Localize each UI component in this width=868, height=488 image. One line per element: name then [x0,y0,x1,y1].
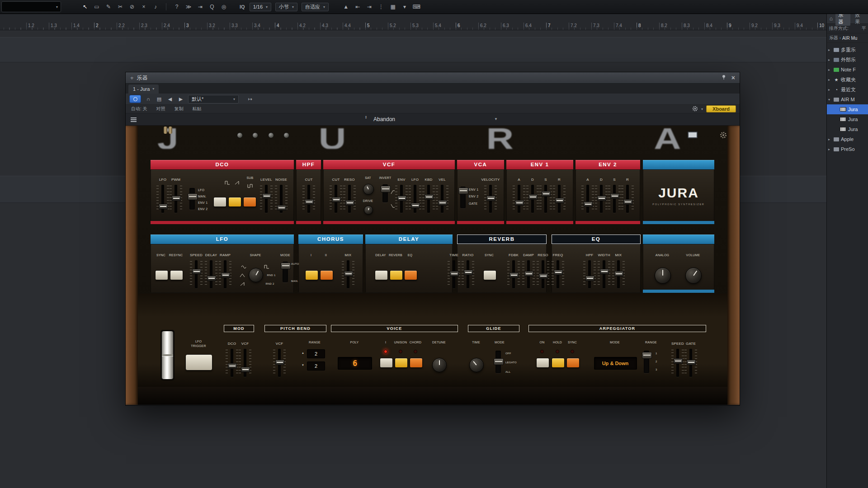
pin-icon[interactable] [722,75,726,81]
lfo-ramp-slider[interactable]: RAMP [219,253,231,289]
grid-caret-icon[interactable]: ▾ [399,4,410,10]
pb-range-up-value[interactable]: 2 [307,349,325,358]
switch-handle[interactable] [494,358,504,365]
metronome-icon[interactable]: ▲ [340,4,352,10]
mod-vcf-slider[interactable]: VCF [239,342,251,378]
copy-button[interactable]: 复制 [175,106,184,112]
sidebar-item[interactable]: ▸Apple [827,134,868,144]
headphone-icon[interactable]: ∩ [145,96,152,102]
grid-icon[interactable]: ▦ [387,4,399,10]
pitch-mod-wheel[interactable] [160,330,175,380]
slider-handle[interactable] [554,270,563,275]
chord-button[interactable] [410,358,423,368]
vcf-kbd-slider[interactable]: KBD [422,178,435,214]
slider-handle[interactable] [555,198,564,203]
slider-handle[interactable] [411,203,420,208]
eq-hpf-slider[interactable]: HPF [583,253,596,289]
delay-sync-button[interactable] [483,270,496,280]
slider-handle[interactable] [221,272,230,278]
switch-handle[interactable] [188,193,198,200]
lfo-shape-knob[interactable] [249,268,263,282]
file-icon[interactable]: ▤ [156,96,163,102]
close-icon[interactable]: × [731,74,735,81]
reverb-reso-slider[interactable]: RESO [537,253,549,289]
arp-mode-display[interactable]: Up & Down [594,357,637,370]
dco-lfo-slider[interactable]: LFO [156,178,169,214]
expand-arrow-icon[interactable]: ▸ [828,48,832,52]
delay-on-button[interactable] [375,270,388,280]
slider-handle[interactable] [305,199,314,205]
slider-handle[interactable] [464,270,473,275]
expand-arrow-icon[interactable]: ▾ [828,98,832,102]
sidebar-item[interactable]: ▸Note F [827,65,868,75]
crumb-root[interactable]: 乐器 [829,35,838,41]
vcf-lfo-slider[interactable]: LFO [409,178,421,214]
zoom-icon[interactable]: ◎ [218,4,230,10]
sidebar-item[interactable]: Jura [827,104,868,114]
play-from-icon[interactable]: ≫ [183,4,194,10]
window-titlebar[interactable]: + 乐器 × [126,72,740,84]
mute-tool-icon[interactable]: × [138,4,150,10]
range-tool-icon[interactable]: ▭ [91,4,103,10]
slider-handle[interactable] [228,363,237,369]
expand-arrow-icon[interactable]: ▸ [828,147,832,151]
pb-range-down-value[interactable]: 2 [307,361,325,371]
instrument-tab[interactable]: 1 - Jura ▾ [128,84,159,94]
expand-arrow-icon[interactable]: ▸ [828,68,832,72]
lfo-mode-switch[interactable] [283,262,288,282]
slider-handle[interactable] [528,194,538,200]
slider-handle[interactable] [207,276,216,281]
detune-knob[interactable] [432,358,447,372]
lfo-trigger-button[interactable] [185,354,212,371]
expand-arrow-icon[interactable]: ▸ [828,88,832,92]
dco-pulse-button[interactable] [213,197,226,207]
timebase-dropdown[interactable]: 小节▾ [275,3,297,11]
analog-knob[interactable] [655,267,671,284]
chorus-2-button[interactable] [320,270,333,280]
arp-hold-button[interactable] [552,358,565,368]
env2-release-slider[interactable]: R [621,178,634,214]
iq-label[interactable]: IQ [240,4,245,9]
env2-sustain-slider[interactable]: S [608,178,621,214]
sidebar-item[interactable]: Jura [827,124,868,134]
sidebar-item[interactable]: ▸外部乐 [827,55,868,65]
hpf-cut-slider[interactable]: CUT [302,178,315,214]
slider-handle[interactable] [172,196,181,201]
env1-sustain-slider[interactable]: S [539,178,552,214]
listen-tool-icon[interactable]: ♪ [150,4,161,10]
slider-handle[interactable] [344,271,353,277]
quantize-dropdown[interactable]: 1/16▾ [250,3,271,11]
env1-attack-slider[interactable]: A [513,178,525,214]
sat-knob[interactable] [363,184,374,195]
lfo-delay-slider[interactable]: DELAY [205,253,217,289]
crumb-path[interactable]: AIR Mu [842,36,857,41]
delay-ratio-slider[interactable]: RATIO [462,253,474,289]
vcf-vel-slider[interactable]: VEL [436,178,448,214]
split-tool-icon[interactable]: ✂ [114,4,126,10]
unison-button[interactable] [395,358,408,368]
reverb-freq-slider[interactable]: FREQ [552,253,564,289]
settings-gear-icon[interactable] [720,131,727,139]
slider-handle[interactable] [397,196,406,201]
slider-handle[interactable] [610,193,619,199]
select-tool-icon[interactable]: ↖ [79,4,91,10]
app-menu-dropdown[interactable]: ▾ [1,1,61,12]
dco-saw-button[interactable] [228,197,241,207]
switch-handle[interactable] [381,186,391,192]
slider-handle[interactable] [159,204,168,209]
env2-decay-slider[interactable]: D [595,178,608,214]
expand-arrow-icon[interactable]: ▸ [828,137,832,141]
keyboard-icon[interactable]: ⌨ [410,4,422,10]
vca-velocity-slider[interactable]: VELOCITY [484,178,497,214]
env1-release-slider[interactable]: R [553,178,566,214]
slider-handle[interactable] [425,194,434,200]
arp-on-button[interactable] [536,358,549,368]
expand-arrow-icon[interactable]: ▸ [828,78,832,82]
arp-range-switch[interactable] [644,351,649,373]
expand-arrow-icon[interactable]: ▸ [828,58,832,62]
vcf-cut-slider[interactable]: CUT [330,178,342,214]
dco-pwm-slider[interactable]: PWM [170,178,182,214]
add-instrument-icon[interactable]: + [130,75,134,81]
volume-knob[interactable] [685,267,702,284]
slider-handle[interactable] [623,199,632,205]
